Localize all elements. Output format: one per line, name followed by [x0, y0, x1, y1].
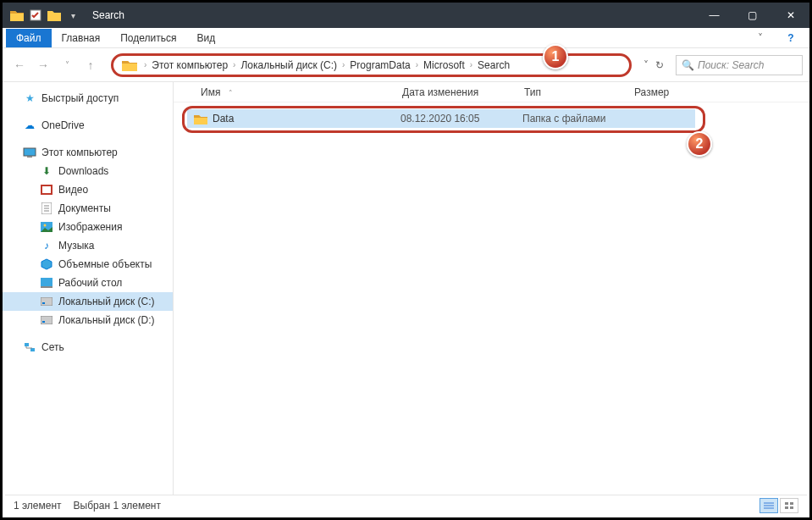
qat-folder-icon[interactable]	[47, 8, 62, 23]
breadcrumb-folder-icon	[122, 59, 137, 71]
sidebar-item-pc[interactable]: Этот компьютер	[3, 143, 173, 162]
crumb-pc[interactable]: Этот компьютер	[150, 59, 229, 71]
desktop-icon	[40, 276, 53, 290]
svg-rect-22	[785, 502, 788, 505]
3d-objects-icon	[40, 257, 53, 271]
svg-rect-17	[25, 343, 29, 346]
sidebar-item-pictures[interactable]: Изображения	[3, 218, 173, 236]
properties-icon[interactable]	[28, 8, 43, 23]
svg-rect-18	[30, 348, 35, 351]
svg-point-10	[44, 224, 47, 227]
column-date[interactable]: Дата изменения	[392, 86, 514, 98]
column-size[interactable]: Размер	[624, 86, 709, 98]
sidebar-item-label: Изображения	[58, 221, 122, 233]
svg-rect-11	[41, 278, 52, 286]
annotation-badge-1: 1	[543, 44, 568, 69]
svg-rect-16	[42, 321, 45, 323]
chevron-right-icon[interactable]: ›	[339, 60, 348, 69]
sidebar-item-drive-d[interactable]: Локальный диск (D:)	[3, 311, 173, 329]
address-dropdown-icon[interactable]: ˅	[644, 59, 649, 71]
crumb-programdata[interactable]: ProgramData	[348, 59, 412, 71]
drive-icon	[40, 295, 53, 308]
svg-rect-25	[790, 506, 793, 509]
window-title: Search	[87, 9, 124, 21]
file-list: Data 08.12.2020 16:05 Папка с файлами	[182, 109, 801, 128]
status-bar: 1 элемент Выбран 1 элемент	[5, 495, 807, 515]
nav-arrows: ← → ˅ ↑	[9, 55, 104, 75]
refresh-icon[interactable]: ↻	[655, 59, 664, 71]
network-icon	[23, 340, 36, 354]
menu-home[interactable]: Главная	[52, 29, 111, 47]
nav-back-button[interactable]: ←	[9, 55, 30, 75]
crumb-c[interactable]: Локальный диск (C:)	[239, 59, 339, 71]
menu-view[interactable]: Вид	[186, 29, 225, 47]
column-name[interactable]: Имя ˄	[174, 86, 392, 98]
sidebar-item-label: Downloads	[58, 165, 108, 177]
search-icon: 🔍	[682, 59, 694, 71]
search-input[interactable]: 🔍 Поиск: Search	[676, 55, 803, 75]
sidebar-item-label: OneDrive	[41, 119, 85, 131]
chevron-right-icon[interactable]: ›	[229, 60, 239, 69]
help-icon[interactable]: ?	[776, 32, 806, 44]
svg-rect-14	[42, 302, 45, 304]
sidebar-item-drive-c[interactable]: Локальный диск (C:)	[3, 292, 173, 311]
status-selected: Выбран 1 элемент	[74, 500, 161, 512]
qat: ▾	[3, 8, 87, 23]
sidebar-item-quick-access[interactable]: ★ Быстрый доступ	[3, 89, 173, 108]
svg-rect-15	[41, 316, 52, 324]
view-details-button[interactable]	[760, 498, 778, 513]
nav-forward-button[interactable]: →	[33, 55, 53, 75]
nav-pane: ★ Быстрый доступ ☁ OneDrive Этот компьют…	[3, 82, 174, 497]
status-count: 1 элемент	[14, 500, 62, 512]
window-controls: — ▢ ✕	[695, 3, 809, 28]
sidebar-item-video[interactable]: Видео	[3, 180, 173, 199]
qat-overflow-icon[interactable]: ▾	[65, 8, 80, 23]
star-icon: ★	[23, 91, 36, 105]
crumb-microsoft[interactable]: Microsoft	[422, 59, 467, 71]
ribbon-tabs: Файл Главная Поделиться Вид ˅ ?	[3, 28, 809, 48]
column-type[interactable]: Тип	[514, 86, 624, 98]
sidebar-item-docs[interactable]: Документы	[3, 199, 173, 218]
sidebar-item-label: Быстрый доступ	[41, 92, 119, 104]
sidebar-item-label: Этот компьютер	[41, 147, 118, 158]
music-icon: ♪	[40, 239, 53, 252]
sidebar-item-label: Музыка	[58, 240, 94, 252]
svg-rect-23	[790, 502, 793, 505]
nav-history-dropdown[interactable]: ˅	[57, 55, 77, 75]
sidebar-item-label: Объемные объекты	[58, 258, 152, 270]
view-icons-button[interactable]	[780, 498, 798, 513]
minimize-button[interactable]: —	[695, 3, 733, 28]
menu-share[interactable]: Поделиться	[110, 29, 186, 47]
column-headers: Имя ˄ Дата изменения Тип Размер	[174, 82, 809, 102]
sidebar-item-network[interactable]: Сеть	[3, 338, 173, 357]
search-placeholder: Поиск: Search	[698, 59, 764, 71]
svg-rect-24	[785, 506, 788, 509]
annotation-rect-2	[182, 106, 705, 133]
chevron-right-icon[interactable]: ›	[467, 60, 476, 69]
pictures-icon	[40, 220, 53, 234]
downloads-icon: ⬇	[40, 164, 53, 178]
nav-up-button[interactable]: ↑	[80, 55, 101, 75]
menu-file[interactable]: Файл	[6, 29, 52, 47]
explorer-window: ▾ Search — ▢ ✕ Файл Главная Поделиться В…	[0, 0, 812, 520]
video-icon	[40, 183, 53, 196]
close-button[interactable]: ✕	[771, 3, 809, 28]
sort-asc-icon: ˄	[229, 89, 233, 97]
sidebar-item-music[interactable]: ♪ Музыка	[3, 236, 173, 255]
ribbon-expand-icon[interactable]: ˅	[745, 32, 776, 44]
sidebar-item-3d[interactable]: Объемные объекты	[3, 255, 173, 274]
chevron-right-icon[interactable]: ›	[141, 60, 150, 69]
annotation-badge-2: 2	[687, 131, 712, 157]
address-toolbar: ← → ˅ ↑ › Этот компьютер › Локальный дис…	[3, 48, 809, 82]
sidebar-item-label: Сеть	[41, 341, 64, 353]
maximize-button[interactable]: ▢	[733, 3, 771, 28]
crumb-search[interactable]: Search	[476, 59, 511, 71]
sidebar-item-onedrive[interactable]: ☁ OneDrive	[3, 116, 173, 135]
sidebar-item-desktop[interactable]: Рабочий стол	[3, 274, 173, 292]
svg-rect-13	[41, 297, 52, 306]
chevron-right-icon[interactable]: ›	[412, 60, 422, 69]
sidebar-item-downloads[interactable]: ⬇ Downloads	[3, 162, 173, 180]
sidebar-item-label: Локальный диск (C:)	[58, 296, 155, 307]
svg-rect-12	[41, 286, 52, 288]
titlebar: ▾ Search — ▢ ✕	[3, 3, 809, 28]
